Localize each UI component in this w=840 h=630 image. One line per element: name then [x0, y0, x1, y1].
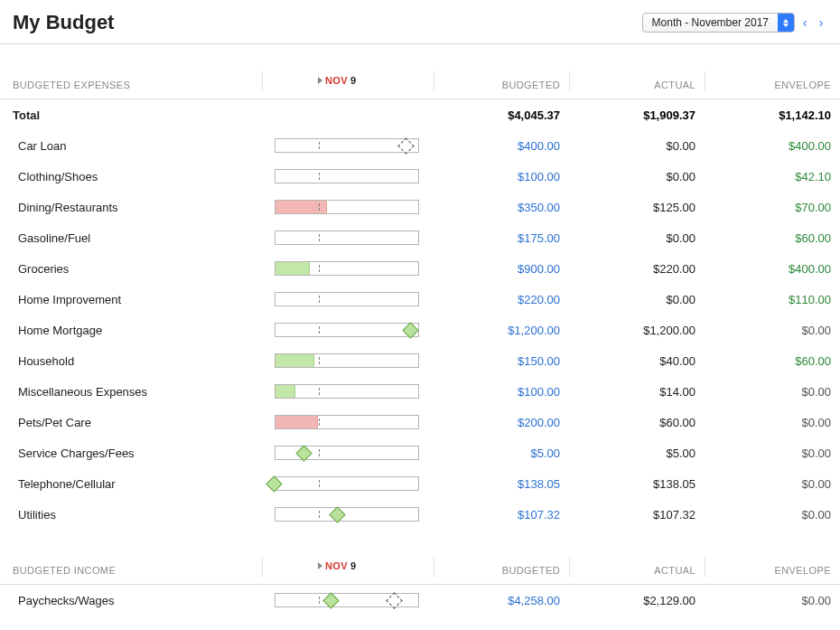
today-marker: NOV 9 [318, 560, 357, 571]
expenses-section-label: BUDGETED EXPENSES [13, 80, 275, 90]
actual-amount: $138.05 [582, 477, 717, 491]
category-name: Paychecks/Wages [13, 594, 275, 607]
budget-row[interactable]: Groceries$900.00$220.00$400.00 [0, 253, 840, 284]
actual-amount: $0.00 [582, 170, 717, 183]
category-name: Groceries [13, 262, 275, 276]
progress-bar [275, 507, 419, 522]
actual-amount: $0.00 [582, 231, 717, 245]
budget-row[interactable]: Telephone/Cellular$138.05$138.05$0.00 [0, 468, 840, 499]
category-name: Home Mortgage [13, 324, 275, 337]
actual-amount: $1,200.00 [582, 324, 717, 337]
actual-amount: $107.32 [582, 508, 717, 522]
budgeted-amount[interactable]: $900.00 [446, 262, 582, 276]
col-actual-header: ACTUAL [582, 80, 717, 90]
today-month: NOV [325, 560, 348, 571]
next-period-button[interactable]: › [815, 15, 827, 30]
period-select-label: Month - November 2017 [643, 16, 778, 29]
budgeted-amount[interactable]: $200.00 [446, 416, 582, 429]
scheduled-marker-icon [386, 592, 402, 608]
budget-row[interactable]: Home Mortgage$1,200.00$1,200.00$0.00 [0, 315, 840, 345]
progress-bar-cell [275, 376, 446, 407]
budget-row[interactable]: Gasoline/Fuel$175.00$0.00$60.00 [0, 222, 840, 253]
budgeted-amount[interactable]: $220.00 [446, 293, 582, 306]
page-title: My Budget [13, 11, 114, 34]
today-line [319, 142, 320, 149]
envelope-amount: $0.00 [717, 416, 840, 429]
envelope-amount: $0.00 [717, 385, 840, 399]
actual-amount: $2,129.00 [582, 594, 717, 607]
actual-marker-icon [295, 445, 312, 461]
budget-row[interactable]: Paychecks/Wages$4,258.00$2,129.00$0.00 [0, 585, 840, 616]
envelope-amount: $400.00 [717, 139, 840, 153]
actual-amount: $60.00 [582, 416, 717, 429]
progress-bar [275, 323, 419, 337]
budget-row[interactable]: Utilities$107.32$107.32$0.00 [0, 499, 840, 530]
progress-bar [275, 446, 419, 460]
progress-bar-cell [275, 499, 446, 530]
actual-amount: $5.00 [582, 447, 717, 460]
category-name: Dining/Restaurants [13, 201, 275, 214]
actual-marker-icon [329, 506, 345, 522]
today-line [319, 449, 320, 456]
budgeted-amount[interactable]: $107.32 [446, 508, 582, 522]
category-name: Miscellaneous Expenses [13, 385, 275, 399]
today-marker-icon [318, 77, 322, 84]
envelope-amount: $0.00 [717, 477, 840, 491]
progress-bar-cell [275, 468, 446, 499]
category-name: Service Charges/Fees [13, 447, 275, 460]
category-name: Gasoline/Fuel [13, 231, 275, 245]
prev-period-button[interactable]: ‹ [798, 15, 811, 30]
budgeted-amount[interactable]: $138.05 [446, 477, 582, 491]
actual-amount: $40.00 [582, 354, 717, 368]
budgeted-amount[interactable]: $350.00 [446, 201, 582, 214]
col-envelope-header: ENVELOPE [717, 80, 840, 90]
progress-bar-cell [275, 253, 446, 284]
progress-bar-cell [275, 192, 446, 222]
today-line [319, 234, 320, 241]
budgeted-amount[interactable]: $175.00 [446, 231, 582, 245]
budget-row[interactable]: Clothing/Shoes$100.00$0.00$42.10 [0, 161, 840, 192]
budgeted-amount[interactable]: $4,258.00 [446, 594, 582, 607]
budget-row[interactable]: Service Charges/Fees$5.00$5.00$0.00 [0, 437, 840, 468]
budgeted-amount[interactable]: $100.00 [446, 385, 582, 399]
progress-fill [275, 262, 310, 275]
budget-row[interactable]: Car Loan$400.00$0.00$400.00 [0, 130, 840, 161]
today-line [319, 326, 320, 334]
envelope-amount: $60.00 [717, 354, 840, 368]
progress-fill [275, 416, 318, 428]
category-name: Utilities [13, 508, 275, 522]
budgeted-amount[interactable]: $150.00 [446, 354, 582, 368]
budget-row[interactable]: Pets/Pet Care$200.00$60.00$0.00 [0, 407, 840, 437]
budget-row[interactable]: Dining/Restaurants$350.00$125.00$70.00 [0, 192, 840, 222]
budget-row[interactable]: Household$150.00$40.00$60.00 [0, 345, 840, 376]
col-envelope-header: ENVELOPE [717, 565, 840, 576]
envelope-amount: $42.10 [717, 170, 840, 183]
progress-bar [275, 415, 419, 429]
progress-bar [275, 138, 419, 153]
budget-row[interactable]: Miscellaneous Expenses$100.00$14.00$0.00 [0, 376, 840, 407]
budget-row[interactable]: Home Improvement$220.00$0.00$110.00 [0, 284, 840, 315]
progress-bar [275, 353, 419, 368]
category-name: Clothing/Shoes [13, 170, 275, 183]
progress-bar-cell [275, 345, 446, 376]
total-envelope: $1,142.10 [717, 108, 840, 122]
progress-fill [275, 201, 327, 213]
period-select[interactable]: Month - November 2017 [642, 13, 795, 33]
today-line [319, 597, 320, 604]
budgeted-amount[interactable]: $400.00 [446, 139, 582, 153]
today-marker-icon [318, 562, 322, 569]
progress-fill [275, 385, 295, 398]
envelope-amount: $0.00 [717, 447, 840, 460]
budgeted-amount[interactable]: $1,200.00 [446, 324, 582, 337]
actual-amount: $14.00 [582, 385, 717, 399]
budgeted-amount[interactable]: $100.00 [446, 170, 582, 183]
actual-marker-icon [402, 322, 418, 338]
today-month: NOV [325, 75, 348, 86]
actual-amount: $0.00 [582, 293, 717, 306]
progress-bar-cell [275, 130, 446, 161]
progress-bar-cell [275, 222, 446, 253]
expenses-total-row: Total $4,045.37 $1,909.37 $1,142.10 [0, 99, 840, 130]
progress-bar [275, 230, 419, 245]
progress-bar-cell [275, 437, 446, 468]
budgeted-amount[interactable]: $5.00 [446, 447, 582, 460]
